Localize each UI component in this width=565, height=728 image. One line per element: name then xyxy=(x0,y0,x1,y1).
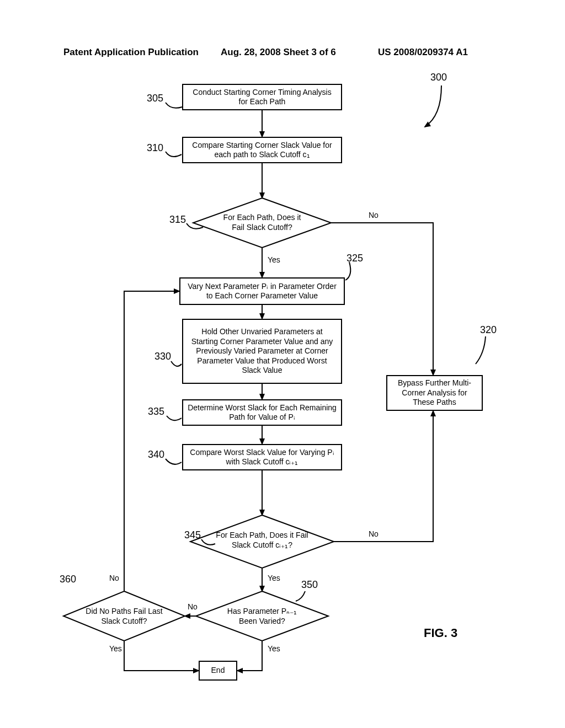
svg-marker-0 xyxy=(193,198,331,248)
step-325-box: Vary Next Parameter Pᵢ in Parameter Orde… xyxy=(179,277,345,305)
decision-360-text: Did No Paths Fail Last Slack Cutoff? xyxy=(83,607,166,626)
ref-305: 305 xyxy=(147,93,163,104)
ref-360: 360 xyxy=(60,574,76,585)
edge-360-yes: Yes xyxy=(109,644,122,653)
step-305-text: Conduct Starting Corner Timing Analysis … xyxy=(188,88,337,107)
edge-350-no: No xyxy=(188,602,198,611)
step-340-box: Compare Worst Slack Value for Varying Pᵢ… xyxy=(182,444,342,470)
decision-315-text: For Each Path, Does it Fail Slack Cutoff… xyxy=(218,213,306,232)
ref-325: 325 xyxy=(347,253,363,264)
ref-330: 330 xyxy=(154,351,171,362)
step-325-text: Vary Next Parameter Pᵢ in Parameter Orde… xyxy=(185,282,339,301)
header-pub-number: US 2008/0209374 A1 xyxy=(378,47,468,58)
header-date-sheet: Aug. 28, 2008 Sheet 3 of 6 xyxy=(221,47,336,58)
step-310-box: Compare Starting Corner Slack Value for … xyxy=(182,137,342,163)
step-320-text: Bypass Further Multi-Corner Analysis for… xyxy=(392,378,477,408)
edge-350-yes: Yes xyxy=(268,644,280,653)
edge-315-no: No xyxy=(369,211,379,220)
step-335-text: Determine Worst Slack for Each Remaining… xyxy=(188,403,337,422)
step-335-box: Determine Worst Slack for Each Remaining… xyxy=(182,399,342,426)
step-320-box: Bypass Further Multi-Corner Analysis for… xyxy=(386,375,483,411)
ref-310: 310 xyxy=(147,142,163,154)
edge-360-no: No xyxy=(109,574,119,582)
figure-label: FIG. 3 xyxy=(424,626,457,640)
ref-345: 345 xyxy=(184,529,201,541)
ref-320: 320 xyxy=(480,324,497,336)
ref-335: 335 xyxy=(148,406,164,417)
decision-350-text: Has Parameter Pₙ₋₁ Been Varied? xyxy=(221,607,303,626)
end-text: End xyxy=(211,666,225,676)
end-box: End xyxy=(199,661,237,681)
edge-345-no: No xyxy=(369,529,379,538)
svg-marker-3 xyxy=(63,591,185,641)
ref-315: 315 xyxy=(169,214,186,226)
step-330-text: Hold Other Unvaried Parameters at Starti… xyxy=(188,327,337,376)
edge-345-yes: Yes xyxy=(268,574,280,582)
step-305-box: Conduct Starting Corner Timing Analysis … xyxy=(182,84,342,110)
svg-marker-2 xyxy=(196,591,328,641)
header-publication: Patent Application Publication xyxy=(63,47,199,58)
decision-345-text: For Each Path, Does it Fail Slack Cutoff… xyxy=(215,531,309,550)
step-340-text: Compare Worst Slack Value for Varying Pᵢ… xyxy=(188,448,337,467)
step-330-box: Hold Other Unvaried Parameters at Starti… xyxy=(182,319,342,384)
ref-350: 350 xyxy=(301,579,318,591)
step-310-text: Compare Starting Corner Slack Value for … xyxy=(188,141,337,160)
ref-340: 340 xyxy=(148,449,164,461)
svg-marker-1 xyxy=(190,515,334,568)
ref-300: 300 xyxy=(430,72,447,83)
edge-315-yes: Yes xyxy=(268,255,280,264)
